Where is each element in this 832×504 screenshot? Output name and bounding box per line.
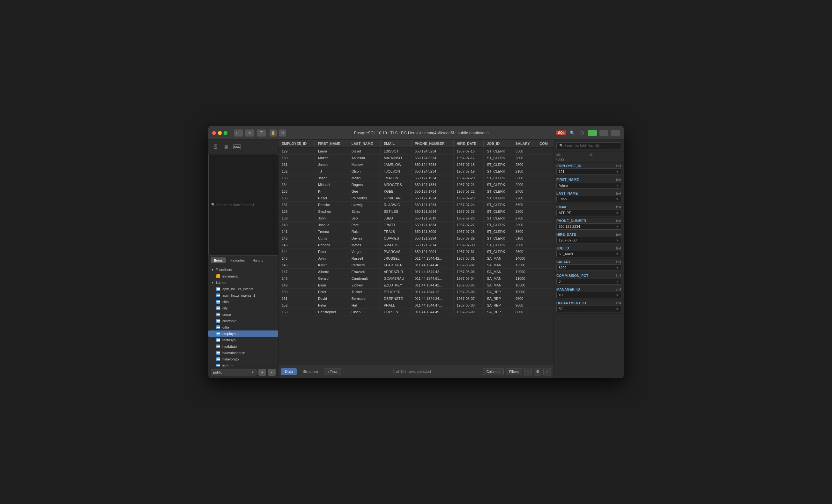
sidebar-item-corso[interactable]: corso xyxy=(208,311,278,318)
sidebar-item-fantasypl[interactable]: fantasypl xyxy=(208,337,278,343)
tree-item-increment[interactable]: f increment xyxy=(208,273,278,280)
field-value-input[interactable]: 650.123.2234 ▼ xyxy=(556,223,621,230)
table-row[interactable]: 146 Karen Partners KPARTNER 011.44.1344.… xyxy=(279,262,553,269)
structure-tab[interactable]: Structure xyxy=(298,368,322,375)
table-row[interactable]: 145 John Russell JRUSSEL 011.44.1344.42.… xyxy=(279,255,553,262)
green-win-btn[interactable] xyxy=(588,130,597,136)
table-row[interactable]: 131 James Marlow JAMRLOW 650.124.7234 19… xyxy=(279,161,553,168)
more-button[interactable]: ▼ xyxy=(268,369,276,376)
columns-button[interactable]: Columns xyxy=(483,368,504,375)
sidebar-sql-icon[interactable]: SQL xyxy=(233,142,241,151)
close-button[interactable] xyxy=(212,131,216,135)
table-row[interactable]: 147 Alberto Errazuriz AERRAZUR 011.44.13… xyxy=(279,269,553,275)
table-row[interactable]: 130 Mozhe Atkinson MATKINSO 650.124.6234… xyxy=(279,155,553,161)
table-row[interactable]: 129 Laura Bissot LBISSOT 650.124.5234 19… xyxy=(279,148,553,155)
tab-favorites[interactable]: Favorites xyxy=(227,258,248,263)
table-row[interactable]: 134 Michael Rogers MROGERS 650.127.1834 … xyxy=(279,182,553,188)
field-value-input[interactable]: ST_MAN ▼ xyxy=(556,251,621,257)
sidebar-item-city[interactable]: city xyxy=(208,305,278,311)
add-row-button[interactable]: + Row xyxy=(324,368,341,375)
field-value-input[interactable]: 121 ▼ xyxy=(556,168,621,175)
sidebar-search-box[interactable]: 🔍 Search for item: ^name$... xyxy=(208,154,278,256)
col-job-id[interactable]: JOB_ID xyxy=(484,140,512,148)
table-row[interactable]: 135 Ki Gee KGEE 650.127.1734 1987-07-22 … xyxy=(279,188,553,195)
schema-selector[interactable]: public ▼ xyxy=(211,369,257,375)
sidebar-item-apm-ho---er-intents[interactable]: apm_ho...er_intents xyxy=(208,286,278,292)
field-value-input[interactable]: Fripp ▼ xyxy=(556,196,621,202)
eye-button[interactable]: 👁 xyxy=(245,130,254,136)
table-row[interactable]: 136 Hazel Philtanker HPHILTAN 650.127.16… xyxy=(279,195,553,202)
maximize-button[interactable] xyxy=(224,131,228,135)
tables-section[interactable]: ▼ Tables xyxy=(208,280,278,286)
table-row[interactable]: 142 Curtis Davies CDAVIES 650.121.2994 1… xyxy=(279,235,553,242)
win-btn3[interactable] xyxy=(611,130,620,136)
sql-badge[interactable]: SQL xyxy=(556,130,566,135)
field-value-input[interactable]: Adam ▼ xyxy=(556,182,621,188)
minimize-button[interactable] xyxy=(218,131,222,135)
field-value-input[interactable]: 1987-07-08 ▼ xyxy=(556,237,621,243)
cell-last: Philtanker xyxy=(348,195,380,202)
table-row[interactable]: 141 Trenna Rajs TRAJS 650.121.8009 1987-… xyxy=(279,229,553,235)
lock-icon[interactable]: 🔒 xyxy=(269,130,277,136)
win-btn2[interactable] xyxy=(599,130,608,136)
table-row[interactable]: 148 Gerald Cambrault GCAMBRAU 011.44.134… xyxy=(279,275,553,282)
sidebar-table-icon[interactable]: ▦ xyxy=(222,142,231,151)
filters-button[interactable]: Filters xyxy=(505,368,522,375)
col-com[interactable]: COM xyxy=(536,140,553,148)
field-value-input[interactable]: 100 ▼ xyxy=(556,292,621,298)
col-employee-id[interactable]: EMPLOYEE_ID xyxy=(279,140,315,148)
col-salary[interactable]: SALARY xyxy=(512,140,536,148)
table-row[interactable]: 139 John Seo JSEO 650.121.2019 1987-07-2… xyxy=(279,215,553,222)
table-row[interactable]: 137 Renske Ladwig RLADWIG 650.121.1234 1… xyxy=(279,202,553,208)
table-container[interactable]: EMPLOYEE_ID FIRST_NAME LAST_NAME EMAIL P… xyxy=(279,140,553,365)
field-value-input[interactable]: 50 ▼ xyxy=(556,306,621,312)
col-email[interactable]: EMAIL xyxy=(381,140,412,148)
table-row[interactable]: 153 Christopher Olsen COLSEN 011.44.1344… xyxy=(279,309,553,316)
search-icon[interactable]: 🔍 xyxy=(569,130,576,136)
table-row[interactable]: 143 Randall Matos RMATOS 650.121.2874 19… xyxy=(279,242,553,248)
menu-button[interactable]: ☰ xyxy=(257,130,266,136)
table-row[interactable]: 150 Peter Tucker PTUCKER 011.44.1344.12.… xyxy=(279,289,553,295)
sidebar-db-icon[interactable]: 🗄 xyxy=(211,142,220,151)
table-row[interactable]: 140 Joshua Patel JPATEL 650.121.1834 198… xyxy=(279,222,553,229)
cell-phone: 650.121.2874 xyxy=(412,242,453,248)
functions-section[interactable]: ▼ Functions xyxy=(208,267,278,273)
next-page-button[interactable]: › xyxy=(543,368,551,375)
sidebar-item-citta[interactable]: citta xyxy=(208,298,278,305)
table-row[interactable]: 132 TJ Olson TJOLSON 650.124.8234 1987-0… xyxy=(279,168,553,175)
col-phone-number[interactable]: PHONE_NUMBER xyxy=(412,140,453,148)
settings-button[interactable]: ⚙ xyxy=(534,368,541,375)
cell-id: 144 xyxy=(279,248,315,255)
col-last-name[interactable]: LAST_NAME xyxy=(348,140,380,148)
add-button[interactable]: + xyxy=(258,369,266,376)
data-tab[interactable]: Data xyxy=(281,368,297,375)
sidebar-item-haavutosedein[interactable]: haavutosedein xyxy=(208,350,278,356)
sidebar-item-apm-ho---r-intents-1[interactable]: apm_ho...r_intents_1 xyxy=(208,292,278,298)
cell-email: JPATEL xyxy=(381,222,412,229)
sidebar-item-employees[interactable]: employees xyxy=(208,330,278,337)
field-value-input[interactable]: 0 ▼ xyxy=(556,278,621,285)
sidebar-item-custtable[interactable]: custtable xyxy=(208,318,278,324)
field-value-input[interactable]: 8200 ▼ xyxy=(556,264,621,271)
refresh-button[interactable]: ↻ xyxy=(279,130,286,136)
back-button[interactable]: ⟵ xyxy=(234,130,243,136)
col-first-name[interactable]: FIRST_NAME xyxy=(315,140,348,148)
table-row[interactable]: 144 Peter Vargas PVARGAS 650.121.2004 19… xyxy=(279,248,553,255)
table-row[interactable]: 152 Peter Hall PHALL 011.44.1344.47... 1… xyxy=(279,302,553,309)
sidebar-item-haabitato[interactable]: haabitato xyxy=(208,343,278,350)
grid-icon[interactable]: ⊞ xyxy=(578,130,586,136)
prev-page-button[interactable]: ‹ xyxy=(524,368,532,375)
sidebar-item-halavorato[interactable]: halavorato xyxy=(208,356,278,362)
table-row[interactable]: 138 Stephen Stiles SSTILES 650.121.2034 … xyxy=(279,208,553,215)
right-search-input[interactable]: 🔍 Search for field: ^name$... xyxy=(556,142,621,149)
table-row[interactable]: 133 Jason Mallin JMALLIN 650.127.1934 19… xyxy=(279,175,553,182)
cell-first: Hazel xyxy=(315,195,348,202)
tab-history[interactable]: History xyxy=(249,258,266,263)
table-row[interactable]: 151 David Bernstein DBERNSTE 011.44.1344… xyxy=(279,295,553,302)
sidebar-item-ditta[interactable]: ditta xyxy=(208,324,278,330)
tab-items[interactable]: Items xyxy=(211,258,226,263)
sidebar-item-lezione[interactable]: lezione xyxy=(208,362,278,367)
field-value-input[interactable]: AFRIPP ▼ xyxy=(556,210,621,216)
col-hire-date[interactable]: HIRE_DATE xyxy=(453,140,484,148)
table-row[interactable]: 149 Eleni Zlotkey EZLOTKEY 011.44.1344.4… xyxy=(279,282,553,289)
